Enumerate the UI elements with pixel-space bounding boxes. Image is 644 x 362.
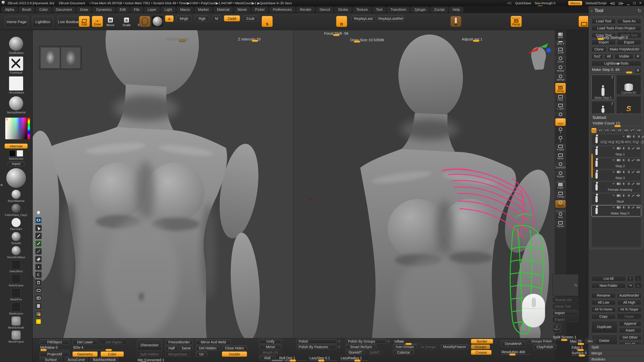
save-as-button[interactable]: Save As	[617, 18, 641, 24]
min-connected-slider[interactable]: Min Connected 1	[137, 358, 170, 362]
subtool-item[interactable]: Step 2	[591, 158, 641, 169]
reorder-arrow-icon[interactable]	[622, 136, 625, 138]
surface-button[interactable]: Surface	[40, 357, 62, 362]
store-mt-button[interactable]: StoreMT	[346, 350, 365, 355]
lazy-radius-slider[interactable]: LazyRadius 1	[340, 356, 368, 361]
reorder-arrow-icon[interactable]	[612, 195, 615, 197]
version-tab[interactable]: V1	[591, 128, 596, 133]
brush-toggle-icon[interactable]	[631, 159, 634, 161]
right-shelf-button[interactable]: BPR	[555, 32, 566, 39]
m-button[interactable]: M	[212, 15, 221, 21]
replay-last-button[interactable]: ReplayLast	[351, 15, 375, 21]
backface-mask-button[interactable]: BackfaceMask	[91, 357, 118, 362]
menu-item[interactable]: Picker	[252, 7, 268, 12]
replay-last-rel-button[interactable]: ReplayLastRel	[377, 15, 404, 21]
move-up-button[interactable]: ↑	[627, 276, 634, 281]
zsub-button[interactable]: Zsub	[243, 15, 258, 21]
subtool-scroll-indicator[interactable]	[591, 154, 593, 178]
subtool-copy-button[interactable]: Copy	[591, 313, 616, 319]
make-polymesh3d-button[interactable]: Make PolyMesh3D	[608, 46, 641, 52]
persp-button[interactable]: Dynamic Persp	[511, 16, 522, 27]
display-icon[interactable]	[35, 287, 42, 294]
right-shelf-button[interactable]: Z	[555, 135, 566, 143]
all-high-button[interactable]: All High	[617, 299, 642, 305]
lazy-step-slider[interactable]: LazyStep 0.1	[309, 356, 337, 361]
polish-radio[interactable]	[338, 340, 340, 342]
auto-groups-button[interactable]: Auto Groups	[393, 344, 417, 349]
tray-material-item[interactable]: MaskPen	[10, 288, 22, 301]
make-step-r-button[interactable]: R	[635, 67, 641, 73]
roll-dist-slider[interactable]: Roll Dist 1	[279, 356, 306, 361]
shade-half-icon[interactable]	[623, 206, 625, 209]
right-shelf-button[interactable]: Xpose	[555, 220, 566, 228]
visibility-eye-icon[interactable]	[636, 206, 640, 208]
visibility-eye-icon[interactable]	[35, 217, 42, 223]
move-into-button[interactable]: ↳	[635, 283, 641, 288]
reorder-arrow-icon[interactable]	[612, 207, 615, 208]
right-shelf-button[interactable]: Y	[555, 127, 566, 134]
tray-brush-item[interactable]: ~BrushAlpha	[8, 76, 24, 94]
right-shelf-button[interactable]: Line Fill PolyF	[555, 180, 566, 190]
mirror-button[interactable]: Mirror	[259, 344, 282, 349]
menu-item[interactable]: Light	[161, 7, 176, 12]
close-button[interactable]: ×	[639, 1, 641, 5]
brush-toggle-icon[interactable]	[631, 206, 634, 209]
current-material-button[interactable]	[152, 16, 163, 27]
visibility-eye-icon[interactable]	[636, 183, 640, 185]
subtool-item[interactable]: 12강 여성 3단계 바디 거상 - [가슴]	[591, 134, 641, 146]
shade-contrast-icon[interactable]	[627, 206, 630, 209]
boolean-section-header[interactable]: Boolean	[588, 356, 644, 362]
focal-shift-slider[interactable]: Focal Shift -56	[324, 31, 349, 35]
menu-item[interactable]: Alpha	[2, 7, 18, 12]
tray-material-item[interactable]: SmoothValleys	[7, 246, 25, 259]
subtool-folder-area[interactable]	[591, 217, 641, 247]
mrgb-button[interactable]: Mrgb	[176, 15, 192, 21]
brush-toggle-icon[interactable]	[631, 147, 634, 150]
tray-material-item[interactable]: MeshExtrude	[8, 316, 24, 329]
tray-material-item[interactable]: SelectRect	[9, 260, 23, 273]
marker-pen-icon[interactable]	[35, 240, 42, 247]
uv-button[interactable]: Uv	[196, 351, 207, 357]
zadd-button[interactable]: Zadd	[224, 15, 240, 21]
shade-contrast-icon[interactable]	[627, 159, 630, 161]
clone-button[interactable]: Clone	[591, 46, 607, 52]
menu-item[interactable]: Stroke	[335, 7, 352, 12]
same-button[interactable]: Same	[179, 345, 193, 351]
morph-uv-button[interactable]: Morph UV	[259, 350, 282, 355]
merge-section-header[interactable]: Merge	[588, 350, 644, 356]
menu-item[interactable]: Tool	[372, 7, 386, 12]
tray-material-item[interactable]: MeshProject	[8, 331, 24, 343]
shade-half-icon[interactable]	[623, 171, 625, 173]
tray-material-item[interactable]: SelectLasso	[9, 274, 24, 287]
menu-item[interactable]: Render	[296, 7, 315, 12]
surface-slider[interactable]: Surface 0	[571, 351, 591, 356]
current-stroke-button[interactable]	[139, 16, 150, 27]
menu-item[interactable]: Macro	[177, 7, 193, 12]
menus-toggle[interactable]: Menus	[568, 1, 582, 5]
del-lower-button[interactable]: Del Lower	[72, 339, 98, 345]
left-tray-toggle-icon[interactable]: ◂||||	[610, 1, 615, 5]
shade-half-icon[interactable]	[623, 147, 625, 150]
double-button[interactable]: Double	[222, 351, 247, 357]
color-import-button[interactable]: Import	[7, 161, 25, 166]
right-shelf-button[interactable]: Scroll	[555, 47, 566, 55]
see-through-slider[interactable]: See-through 0	[535, 1, 565, 5]
right-tray-toggle-icon[interactable]: ||||▸	[619, 1, 624, 5]
right-shelf-button[interactable]: Zoom3D	[555, 162, 566, 170]
minimize-button[interactable]: ▁	[627, 1, 630, 5]
stroke-type-d-button[interactable]: D	[336, 16, 347, 27]
flip-v-button[interactable]: ⇅Flip V	[552, 324, 561, 332]
polypaint-icon[interactable]	[617, 183, 621, 185]
right-shelf-button[interactable]: Frame	[555, 144, 566, 152]
color-grid-icon[interactable]	[35, 310, 42, 317]
image-icon[interactable]	[35, 295, 42, 301]
del-other-button[interactable]: Del Other	[619, 334, 642, 340]
adjust-last-slider[interactable]: AdjustLast 1	[461, 37, 482, 41]
goz-all-button[interactable]: All	[604, 53, 613, 59]
right-shelf-button[interactable]: Actual	[555, 65, 566, 73]
freeze-border-button[interactable]: FreezeBorder	[165, 339, 193, 345]
shade-contrast-icon[interactable]	[627, 194, 630, 197]
restore-button[interactable]	[633, 2, 636, 4]
polish-button[interactable]: Polish	[296, 339, 337, 344]
inflate-slider[interactable]: Inflate	[394, 339, 419, 344]
